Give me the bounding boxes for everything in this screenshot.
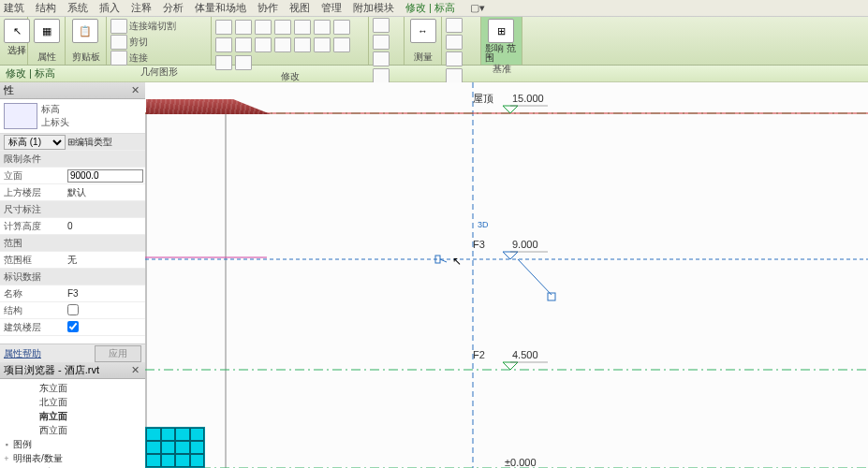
view-icon[interactable]: [373, 35, 390, 50]
tool-icon[interactable]: [294, 20, 311, 35]
svg-text:4.500: 4.500: [512, 349, 538, 360]
tool-icon[interactable]: [235, 37, 252, 52]
menu-item[interactable]: 建筑: [4, 1, 24, 15]
tool-icon[interactable]: [294, 37, 311, 52]
create-icon[interactable]: [446, 35, 463, 50]
prop-checkbox[interactable]: [67, 304, 79, 315]
menu-item[interactable]: 系统: [67, 1, 88, 15]
scope-box-button[interactable]: ⊞影响 范围: [485, 18, 517, 63]
prop-help-link[interactable]: 属性帮助: [4, 347, 41, 360]
cut-icon[interactable]: [110, 35, 127, 50]
modify-button[interactable]: ↖选择: [4, 18, 30, 65]
tool-icon[interactable]: [215, 20, 232, 35]
cope-icon[interactable]: [110, 19, 127, 34]
menu-item[interactable]: 体量和场地: [195, 1, 246, 15]
tree-item[interactable]: 北立面: [2, 395, 143, 409]
tool-icon[interactable]: [333, 37, 350, 52]
tree-item[interactable]: +明细表/数量: [2, 451, 143, 465]
prop-input[interactable]: [67, 169, 143, 183]
level-type-icon: [4, 103, 37, 129]
svg-text:↖: ↖: [452, 255, 462, 268]
menu-item[interactable]: 管理: [321, 1, 342, 15]
svg-text:±0.000: ±0.000: [505, 457, 537, 468]
menu-item[interactable]: 附加模块: [353, 1, 394, 15]
close-icon[interactable]: ✕: [128, 364, 141, 377]
svg-text:3D: 3D: [478, 220, 489, 229]
close-icon[interactable]: ✕: [128, 84, 141, 97]
prop-checkbox[interactable]: [67, 321, 79, 332]
svg-text:F2: F2: [473, 349, 485, 360]
instance-select[interactable]: 标高 (1): [4, 135, 66, 150]
properties-header: 性 ✕: [0, 82, 145, 99]
create-icon[interactable]: [446, 18, 463, 33]
tree-item[interactable]: 西立面: [2, 423, 143, 437]
svg-text:15.000: 15.000: [512, 93, 544, 104]
tool-icon[interactable]: [255, 20, 272, 35]
tool-icon[interactable]: [274, 37, 291, 52]
svg-text:9.000: 9.000: [512, 239, 538, 250]
help-icon[interactable]: ▢▾: [470, 2, 485, 14]
svg-text:F3: F3: [473, 239, 485, 250]
apply-button[interactable]: 应用: [95, 345, 141, 362]
tool-icon[interactable]: [314, 20, 331, 35]
project-browser[interactable]: 东立面北立面南立面西立面▪图例+明细表/数量-图纸 (全部)+001 - 总平面…: [0, 379, 145, 468]
material-palette[interactable]: [145, 427, 205, 468]
menu-item-active[interactable]: 修改 | 标高: [405, 1, 455, 15]
tool-icon[interactable]: [235, 20, 252, 35]
view-icon[interactable]: [373, 68, 390, 83]
view-icon[interactable]: [373, 51, 390, 66]
edit-type-button[interactable]: ⊞ 编辑类型: [66, 136, 145, 149]
tool-icon[interactable]: [255, 37, 272, 52]
type-selector[interactable]: 标高上标头: [0, 99, 145, 134]
ribbon: ↖选择 ▦ 属性 📋 剪贴板 连接端切割 剪切 连接 几何图形 修改 视图 ↔ …: [0, 17, 868, 66]
menu-item[interactable]: 插入: [99, 1, 120, 15]
svg-rect-17: [548, 293, 555, 300]
properties-button[interactable]: ▦: [32, 18, 61, 51]
tree-item[interactable]: 东立面: [2, 381, 143, 395]
svg-line-16: [518, 259, 552, 295]
tool-icon[interactable]: [314, 37, 331, 52]
tree-item[interactable]: ▪图例: [2, 437, 143, 451]
paste-button[interactable]: 📋: [69, 18, 101, 51]
menu-item[interactable]: 注释: [131, 1, 152, 15]
tool-icon[interactable]: [333, 20, 350, 35]
create-icon[interactable]: [446, 68, 463, 83]
view-icon[interactable]: [373, 18, 390, 33]
measure-button[interactable]: ↔: [408, 18, 437, 51]
drawing-canvas[interactable]: 3D15.000屋顶9.000F3↖4.500F2±0.000: [145, 82, 868, 468]
tree-item[interactable]: 南立面: [2, 409, 143, 423]
svg-text:屋顶: 屋顶: [473, 93, 493, 104]
menu-item[interactable]: 视图: [289, 1, 310, 15]
create-icon[interactable]: [446, 51, 463, 66]
menu-item[interactable]: 结构: [36, 1, 56, 15]
tool-icon[interactable]: [215, 37, 232, 52]
tool-icon[interactable]: [215, 55, 232, 70]
tool-icon[interactable]: [235, 55, 252, 70]
browser-header: 项目浏览器 - 酒店.rvt ✕: [0, 362, 145, 379]
menu-item[interactable]: 协作: [257, 1, 278, 15]
tool-icon[interactable]: [274, 20, 291, 35]
menu-item[interactable]: 分析: [163, 1, 184, 15]
join-icon[interactable]: [110, 51, 127, 66]
menu-bar: 建筑 结构 系统 插入 注释 分析 体量和场地 协作 视图 管理 附加模块 修改…: [0, 0, 868, 17]
